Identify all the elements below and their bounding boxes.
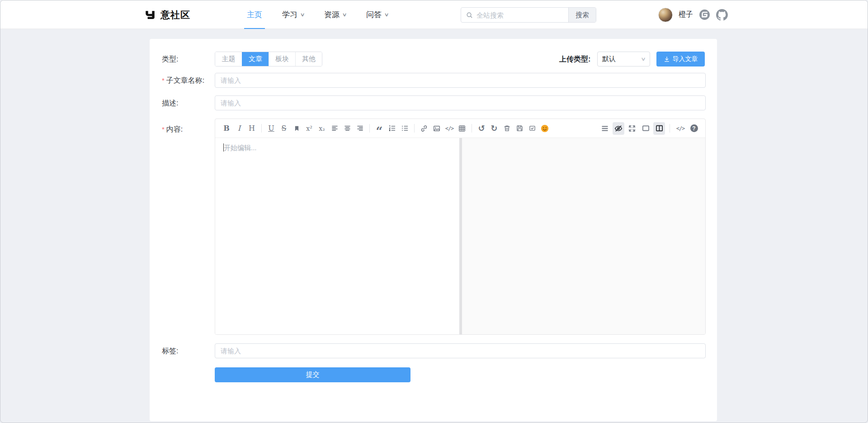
type-option-board[interactable]: 板块 [269, 52, 295, 66]
nav-item-qa[interactable]: 问答 ∨ [366, 0, 388, 29]
editor-toolbar: B I H U S x² x₂ [215, 119, 705, 138]
fullscreen-icon[interactable] [626, 122, 638, 135]
search-icon [466, 12, 473, 19]
import-article-button[interactable]: 导入文章 [656, 52, 705, 67]
catalog-icon[interactable] [599, 122, 611, 135]
upload-type-select[interactable]: 默认 ∨ [597, 52, 650, 67]
link-icon[interactable] [418, 122, 430, 135]
preview-off-icon[interactable] [613, 122, 624, 135]
name-label: *子文章名称: [162, 73, 204, 88]
type-option-other[interactable]: 其他 [295, 52, 322, 66]
superscript-icon[interactable]: x² [303, 122, 315, 135]
editor-panes: 开始编辑... [215, 138, 705, 334]
help-icon[interactable]: ? [688, 122, 700, 135]
download-icon [664, 56, 670, 62]
search-input-wrap [461, 8, 568, 22]
username: 橙子 [679, 10, 693, 19]
underline-icon[interactable]: U [265, 122, 277, 135]
toolbar-right-group: </> ? [599, 122, 700, 135]
quote-icon[interactable]: “ [373, 122, 385, 135]
user-area: 橙子 [658, 0, 728, 29]
tags-input[interactable] [215, 343, 706, 358]
content-label: *内容: [162, 122, 183, 137]
nav-item-resources[interactable]: 资源 ∨ [324, 0, 346, 29]
description-input[interactable] [215, 95, 706, 110]
align-right-icon[interactable] [354, 122, 366, 135]
submit-button[interactable]: 提交 [215, 367, 410, 382]
image-icon[interactable] [431, 122, 443, 135]
align-left-icon[interactable] [329, 122, 340, 135]
gitee-icon[interactable] [699, 9, 710, 20]
italic-icon[interactable]: I [233, 122, 245, 135]
code-icon[interactable]: </> [443, 122, 455, 135]
avatar[interactable] [658, 8, 673, 22]
publish-form-card: 类型: 主题 文章 板块 其他 上传类型: 默认 ∨ 导入文章 *子文章名称: … [150, 39, 717, 421]
preview-only-icon[interactable] [640, 122, 651, 135]
brand-logo-icon [144, 9, 156, 21]
delete-icon[interactable] [501, 122, 513, 135]
subscript-icon[interactable]: x₂ [316, 122, 328, 135]
heading-icon[interactable]: H [246, 122, 258, 135]
app-window: 意社区 主页 学习 ∨ 资源 ∨ 问答 ∨ [0, 0, 868, 423]
search-input[interactable] [476, 11, 563, 19]
global-search: 搜索 [461, 7, 596, 23]
required-mark: * [162, 76, 165, 84]
main-nav: 主页 学习 ∨ 资源 ∨ 问答 ∨ [247, 0, 388, 29]
chevron-down-icon: ∨ [384, 12, 389, 18]
split-view-icon[interactable] [653, 122, 665, 135]
type-option-topic[interactable]: 主题 [215, 52, 242, 66]
markdown-editor: B I H U S x² x₂ [215, 119, 706, 335]
save-icon[interactable] [514, 122, 525, 135]
chevron-down-icon: ∨ [342, 12, 347, 18]
chevron-down-icon: ∨ [641, 56, 646, 62]
mark-icon[interactable] [291, 122, 302, 135]
export-icon[interactable] [526, 122, 538, 135]
align-center-icon[interactable] [341, 122, 353, 135]
nav-item-home[interactable]: 主页 [247, 0, 262, 29]
required-mark: * [162, 125, 165, 133]
chevron-down-icon: ∨ [300, 12, 305, 18]
editor-preview-pane [462, 138, 705, 334]
type-option-article[interactable]: 文章 [242, 52, 269, 66]
emoji-icon[interactable] [539, 122, 551, 135]
unordered-list-icon[interactable] [399, 122, 410, 135]
search-button[interactable]: 搜索 [568, 8, 596, 22]
editor-placeholder: 开始编辑... [224, 144, 257, 152]
brand[interactable]: 意社区 [144, 0, 190, 29]
undo-icon[interactable]: ↺ [476, 122, 487, 135]
nav-item-learn[interactable]: 学习 ∨ [282, 0, 304, 29]
table-icon[interactable] [456, 122, 468, 135]
top-navbar: 意社区 主页 学习 ∨ 资源 ∨ 问答 ∨ [0, 0, 868, 29]
editor-input-pane[interactable]: 开始编辑... [215, 138, 459, 334]
tags-label: 标签: [162, 343, 178, 358]
strikethrough-icon[interactable]: S [278, 122, 290, 135]
upload-type-label: 上传类型: [559, 52, 590, 67]
github-icon[interactable] [716, 9, 728, 21]
toolbar-left-group: B I H U S x² x₂ [221, 122, 551, 135]
bold-icon[interactable]: B [221, 122, 232, 135]
ordered-list-icon[interactable] [386, 122, 398, 135]
sub-article-name-input[interactable] [215, 73, 706, 88]
html-preview-icon[interactable]: </> [675, 122, 686, 135]
brand-name: 意社区 [160, 9, 190, 21]
redo-icon[interactable]: ↻ [488, 122, 500, 135]
description-label: 描述: [162, 95, 178, 110]
type-button-group: 主题 文章 板块 其他 [215, 52, 322, 67]
type-label: 类型: [162, 52, 178, 67]
